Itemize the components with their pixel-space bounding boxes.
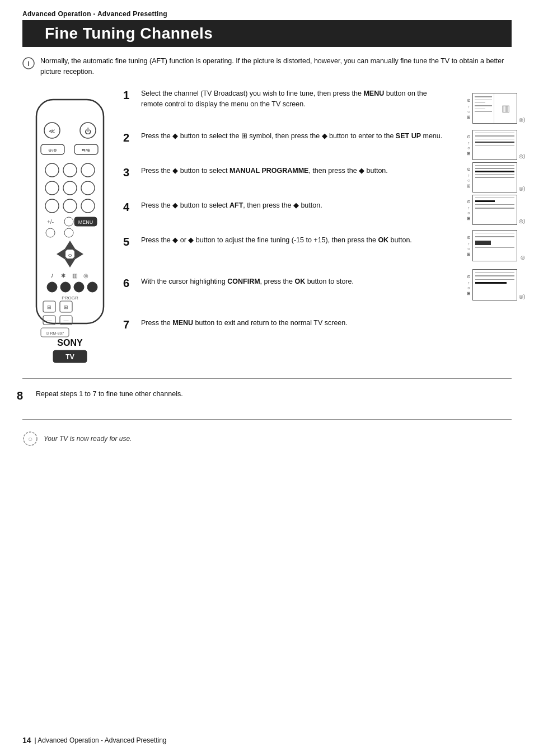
svg-text:—: —	[64, 318, 69, 323]
tv-icons-6: ⊙ ↑ ○ ⊞	[467, 274, 471, 297]
step-2: 2 Press the ◆ button to select the ⊞ sym…	[123, 131, 450, 163]
step-5-number: 5	[123, 235, 135, 248]
tv-display-3	[472, 162, 517, 192]
step-4-number: 4	[123, 200, 135, 214]
step-7-number: 7	[123, 318, 135, 331]
step-7: 7 Press the MENU button to exit and retu…	[123, 318, 450, 350]
tv-display-2	[472, 130, 517, 160]
svg-text:O: O	[68, 253, 72, 258]
svg-text:☺: ☺	[27, 436, 33, 442]
step-6: 6 With the cursor highlighting CONFIRM, …	[123, 276, 450, 316]
svg-text:⏻: ⏻	[85, 128, 91, 135]
step-6-number: 6	[123, 276, 135, 290]
tv-display-6	[472, 269, 517, 300]
tv-display-4	[472, 195, 517, 225]
step-4: 4 Press the ◆ button to select AFT, then…	[123, 200, 450, 233]
svg-point-14	[45, 181, 59, 195]
tv-screen-wrapper-5: ◎	[472, 230, 517, 261]
svg-point-36	[47, 282, 57, 292]
remote-control-column: ≪ ⏻ ⊕/⊗ ⇆/⊕	[17, 88, 123, 368]
svg-point-39	[87, 282, 97, 292]
tv-screen-3: ⊙ ↑ ○ ⊞ ◎)	[450, 161, 517, 194]
svg-text:i: i	[27, 59, 30, 68]
tv-icons-4: ⊙ ↑ ○ ⊞	[467, 199, 471, 222]
steps-list: 1 Select the channel (TV Broadcast) you …	[123, 88, 450, 368]
tv-display-1: ▥	[472, 93, 517, 124]
footer-text: | Advanced Operation - Advanced Presetti…	[35, 736, 167, 744]
step-3-text: Press the ◆ button to select MANUAL PROG…	[141, 166, 388, 176]
svg-text:PROGR: PROGR	[62, 295, 78, 300]
step-6-text: With the cursor highlighting CONFIRM, pr…	[141, 276, 354, 287]
svg-text:+/-: +/-	[47, 219, 54, 225]
divider-2	[22, 419, 512, 420]
breadcrumb: Advanced Operation - Advanced Presetting	[22, 10, 512, 18]
step-2-number: 2	[123, 131, 135, 144]
tv-screen-5: ⊙ ↑ ○ ⊞ ◎	[450, 226, 517, 265]
step-1: 1 Select the channel (TV Broadcast) you …	[123, 88, 450, 129]
page-title: Fine Tuning Channels	[22, 20, 512, 47]
svg-text:TV: TV	[65, 353, 74, 361]
tv-screen-2: ⊙ ↑ ○ ⊞ ◎)	[450, 129, 517, 161]
step-7-text: Press the MENU button to exit and return…	[141, 318, 348, 328]
tv-icons-1: ⊙ ↑ ○ ⊞	[467, 98, 471, 120]
svg-point-19	[81, 199, 95, 213]
step-1-number: 1	[123, 88, 135, 102]
svg-point-11	[45, 163, 59, 177]
step-2-text: Press the ◆ button to select the ⊞ symbo…	[141, 131, 442, 142]
svg-point-25	[64, 228, 73, 237]
svg-text:SONY: SONY	[57, 338, 83, 348]
intro-section: i Normally, the automatic fine tuning (A…	[0, 47, 534, 83]
svg-text:♪: ♪	[50, 271, 54, 279]
svg-text:≪: ≪	[49, 128, 55, 134]
svg-text:⊙ RM-897: ⊙ RM-897	[46, 331, 64, 335]
tv-screens-column: ⊙ ↑ ○ ⊞	[450, 88, 517, 368]
step-8-text: Repeat steps 1 to 7 to fine tune other c…	[36, 389, 183, 400]
intro-text: Normally, the automatic fine tuning (AFT…	[40, 56, 512, 77]
svg-point-21	[64, 217, 73, 226]
svg-text:⊞: ⊞	[64, 304, 68, 310]
tv-icons-3: ⊙ ↑ ○ ⊞	[467, 167, 471, 189]
svg-point-17	[45, 199, 59, 213]
main-layout: ≪ ⏻ ⊕/⊗ ⇆/⊕	[0, 83, 534, 374]
tv-screen-wrapper-1: ▥ ◎)	[472, 93, 517, 124]
page-footer: 14 | Advanced Operation - Advanced Prese…	[22, 736, 167, 745]
svg-text:MENU: MENU	[78, 219, 93, 225]
svg-point-37	[60, 282, 71, 292]
svg-point-12	[63, 163, 77, 177]
step-5: 5 Press the ◆ or ◆ button to adjust the …	[123, 235, 450, 274]
svg-text:⊕/⊗: ⊕/⊗	[48, 148, 57, 153]
remote-control-image: ≪ ⏻ ⊕/⊗ ⇆/⊕	[25, 94, 115, 368]
tv-screen-wrapper-2: ◎)	[472, 130, 517, 160]
step-8: 8 Repeat steps 1 to 7 to fine tune other…	[0, 383, 534, 408]
step-8-number: 8	[17, 389, 29, 402]
final-note: ☺ Your TV is now ready for use.	[0, 426, 534, 451]
svg-point-18	[63, 199, 77, 213]
svg-point-38	[74, 282, 84, 292]
footer-page-number: 14	[22, 736, 31, 745]
tv-screen-6: ⊙ ↑ ○ ⊞ ◎)	[450, 265, 517, 304]
svg-point-16	[81, 181, 95, 195]
tv-screen-wrapper-3: ◎)	[472, 162, 517, 192]
tv-screen-4: ⊙ ↑ ○ ⊞ ◎)	[450, 194, 517, 226]
svg-text:⇆/⊕: ⇆/⊕	[82, 148, 91, 153]
tv-screen-wrapper-6: ◎)	[472, 269, 517, 300]
tv-icons-2: ⊙ ↑ ○ ⊞	[467, 134, 471, 157]
svg-text:⊞: ⊞	[47, 304, 51, 310]
info-icon: i	[22, 57, 35, 69]
final-note-text: Your TV is now ready for use.	[44, 435, 132, 443]
header-section: Advanced Operation - Advanced Presetting…	[0, 0, 534, 47]
svg-point-24	[46, 228, 55, 237]
svg-text:—: —	[47, 318, 52, 323]
page-wrapper: Advanced Operation - Advanced Presetting…	[0, 0, 534, 756]
ready-icon: ☺	[22, 431, 38, 447]
divider-1	[22, 378, 512, 379]
svg-text:◎: ◎	[83, 273, 88, 279]
step-5-text: Press the ◆ or ◆ button to adjust the fi…	[141, 235, 412, 246]
svg-point-15	[63, 181, 77, 195]
svg-text:✱: ✱	[61, 273, 65, 279]
step-4-text: Press the ◆ button to select AFT, then p…	[141, 200, 322, 211]
tv-display-5	[472, 230, 517, 261]
svg-text:▥: ▥	[72, 273, 77, 279]
tv-icons-5: ⊙ ↑ ○ ⊞	[467, 235, 471, 257]
step-3-number: 3	[123, 166, 135, 179]
